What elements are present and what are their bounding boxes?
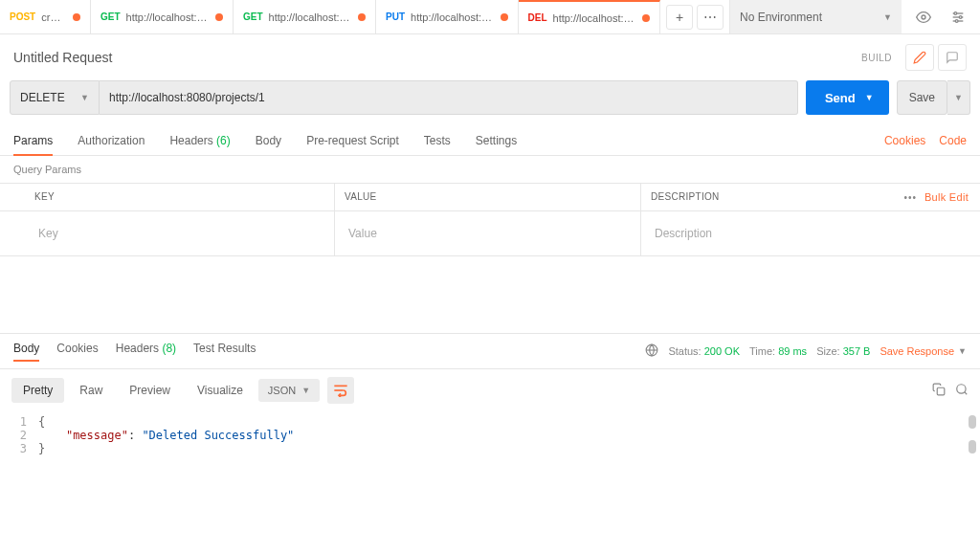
response-body[interactable]: 1 { 2 "message": "Deleted Successfully" … bbox=[0, 411, 980, 459]
desc-cell bbox=[641, 211, 884, 255]
time-value[interactable]: 89 ms bbox=[778, 345, 807, 357]
key-input[interactable] bbox=[34, 219, 324, 248]
tab-tests[interactable]: Tests bbox=[424, 126, 451, 155]
send-button[interactable]: Send ▼ bbox=[806, 80, 889, 115]
tab-prerequest[interactable]: Pre-request Script bbox=[306, 126, 399, 155]
view-pretty[interactable]: Pretty bbox=[11, 378, 64, 403]
env-icons bbox=[902, 0, 980, 33]
status-value[interactable]: 200 OK bbox=[704, 345, 740, 357]
view-bar: Pretty Raw Preview Visualize JSON ▼ bbox=[0, 368, 980, 411]
wrap-lines-button[interactable] bbox=[327, 377, 354, 404]
response-tab-cookies[interactable]: Cookies bbox=[56, 342, 98, 361]
size-label: Size: bbox=[816, 345, 839, 357]
response-tab-headers[interactable]: Headers (8) bbox=[116, 342, 176, 361]
request-header: Untitled Request BUILD bbox=[0, 34, 980, 80]
copy-icon[interactable] bbox=[932, 383, 946, 399]
unsaved-dot-icon bbox=[73, 13, 80, 21]
request-tab[interactable]: POSTcreate bbox=[0, 0, 91, 33]
time-label: Time: bbox=[749, 345, 775, 357]
edit-button[interactable] bbox=[905, 44, 934, 71]
svg-rect-11 bbox=[937, 387, 945, 395]
send-label: Send bbox=[825, 91, 856, 105]
tab-label: http://localhost:80... bbox=[126, 11, 208, 23]
environment-quicklook-button[interactable] bbox=[909, 4, 938, 31]
line-number: 2 bbox=[0, 429, 38, 442]
brace: } bbox=[38, 442, 45, 455]
line-number: 3 bbox=[0, 442, 38, 455]
more-options-button[interactable]: ••• bbox=[903, 192, 917, 203]
chevron-down-icon: ▼ bbox=[958, 346, 967, 356]
tab-headers[interactable]: Headers (6) bbox=[169, 126, 230, 155]
request-title[interactable]: Untitled Request bbox=[13, 50, 861, 65]
tab-method: GET bbox=[243, 11, 263, 22]
tab-params[interactable]: Params bbox=[13, 126, 53, 155]
code-line: 3 } bbox=[0, 442, 980, 455]
request-tab[interactable]: GEThttp://localhost:80... bbox=[234, 0, 376, 33]
unsaved-dot-icon bbox=[215, 13, 223, 21]
tab-settings[interactable]: Settings bbox=[476, 126, 517, 155]
request-row: DELETE ▼ Send ▼ Save ▼ bbox=[0, 80, 980, 126]
svg-point-12 bbox=[957, 384, 966, 392]
request-tab[interactable]: DELhttp://localhost:80... bbox=[519, 0, 660, 33]
unsaved-dot-icon bbox=[642, 14, 650, 22]
description-input[interactable] bbox=[651, 219, 875, 248]
tab-method: POST bbox=[10, 11, 35, 22]
svg-point-6 bbox=[955, 19, 958, 22]
status-label: Status: bbox=[668, 345, 701, 357]
save-response-label: Save Response bbox=[880, 345, 954, 357]
svg-point-0 bbox=[922, 15, 925, 19]
headers-label: Headers bbox=[169, 134, 212, 147]
row-actions bbox=[884, 211, 980, 255]
scrollbar-thumb[interactable] bbox=[969, 440, 976, 453]
unsaved-dot-icon bbox=[358, 13, 366, 21]
search-icon[interactable] bbox=[955, 383, 969, 399]
headers-count: (6) bbox=[216, 134, 231, 147]
url-input[interactable] bbox=[100, 80, 798, 115]
request-tabs: Params Authorization Headers (6) Body Pr… bbox=[0, 126, 980, 156]
save-dropdown-button[interactable]: ▼ bbox=[947, 80, 970, 115]
key-cell bbox=[0, 211, 335, 255]
chevron-down-icon: ▼ bbox=[865, 93, 874, 102]
save-label: Save bbox=[909, 91, 935, 104]
bulk-edit-link[interactable]: Bulk Edit bbox=[924, 191, 969, 203]
unsaved-dot-icon bbox=[501, 13, 508, 21]
save-button[interactable]: Save bbox=[897, 80, 947, 115]
new-tab-button[interactable]: + bbox=[666, 5, 693, 30]
response-tab-testresults[interactable]: Test Results bbox=[193, 342, 256, 361]
view-visualize[interactable]: Visualize bbox=[186, 378, 255, 403]
tab-method: GET bbox=[100, 11, 121, 22]
col-description: DESCRIPTION bbox=[641, 184, 884, 210]
network-icon[interactable] bbox=[645, 343, 658, 359]
view-raw[interactable]: Raw bbox=[68, 378, 114, 403]
tab-method: PUT bbox=[386, 11, 405, 22]
format-select[interactable]: JSON ▼ bbox=[258, 379, 320, 402]
view-preview[interactable]: Preview bbox=[118, 378, 182, 403]
col-value: VALUE bbox=[335, 184, 641, 210]
request-tab[interactable]: PUThttp://localhost:80... bbox=[376, 0, 518, 33]
response-meta: Status: 200 OK Time: 89 ms Size: 357 B S… bbox=[645, 343, 967, 359]
tab-authorization[interactable]: Authorization bbox=[78, 126, 145, 155]
build-label: BUILD bbox=[861, 53, 892, 63]
resp-headers-label: Headers bbox=[116, 342, 159, 355]
json-string: "Deleted Successfully" bbox=[142, 429, 294, 442]
comments-button[interactable] bbox=[938, 44, 967, 71]
tab-actions: + ⋯ bbox=[660, 0, 729, 33]
value-input[interactable] bbox=[345, 219, 631, 248]
save-response-button[interactable]: Save Response ▼ bbox=[880, 345, 967, 357]
response-tab-body[interactable]: Body bbox=[13, 342, 39, 361]
tab-options-button[interactable]: ⋯ bbox=[697, 5, 724, 30]
tab-body[interactable]: Body bbox=[256, 126, 281, 155]
request-tab[interactable]: GEThttp://localhost:80... bbox=[91, 0, 234, 33]
code-link[interactable]: Code bbox=[939, 134, 967, 147]
svg-point-4 bbox=[954, 11, 957, 14]
code-line: 2 "message": "Deleted Successfully" bbox=[0, 429, 980, 442]
size-value[interactable]: 357 B bbox=[843, 345, 871, 357]
http-method-select[interactable]: DELETE ▼ bbox=[10, 80, 100, 115]
cookies-link[interactable]: Cookies bbox=[884, 134, 925, 147]
chevron-down-icon: ▼ bbox=[301, 386, 310, 395]
resp-headers-count: (8) bbox=[162, 342, 176, 355]
settings-button[interactable] bbox=[944, 4, 972, 31]
scrollbar-thumb[interactable] bbox=[969, 415, 976, 429]
environment-selector[interactable]: No Environment ▼ bbox=[729, 0, 902, 33]
svg-line-13 bbox=[965, 391, 968, 394]
